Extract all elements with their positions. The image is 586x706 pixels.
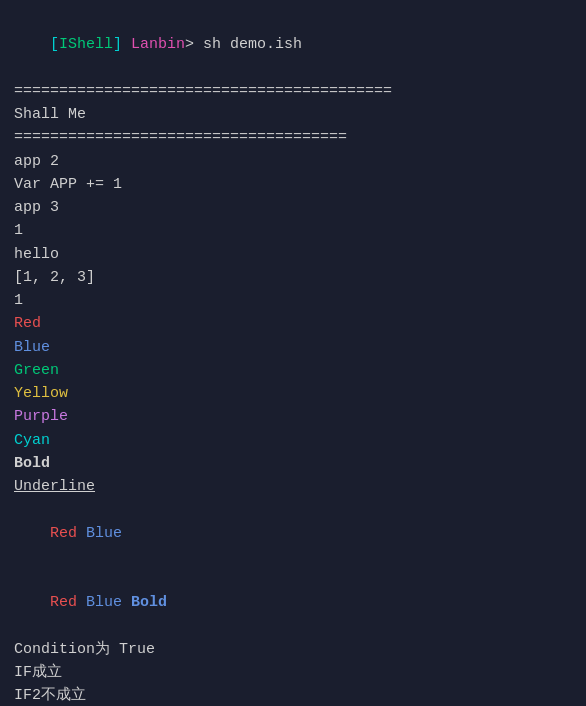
var-app-line: Var APP += 1 xyxy=(14,173,572,196)
separator-line-1: ========================================… xyxy=(14,80,572,103)
blue-line: Blue xyxy=(14,336,572,359)
underline-line: Underline xyxy=(14,475,572,498)
num1b-line: 1 xyxy=(14,289,572,312)
bold-line: Bold xyxy=(14,452,572,475)
bold-part: Bold xyxy=(131,594,167,611)
separator-line-2: ===================================== xyxy=(14,126,572,149)
if2-line: IF2不成立 xyxy=(14,684,572,706)
red-part: Red xyxy=(50,525,86,542)
initial-prompt-line: [IShell] Lanbin> sh demo.ish xyxy=(14,10,572,80)
if1-line: IF成立 xyxy=(14,661,572,684)
shall-me-line: Shall Me xyxy=(14,103,572,126)
red-part-2: Red xyxy=(50,594,86,611)
hello-line: hello xyxy=(14,243,572,266)
red-blue-line: Red Blue xyxy=(14,498,572,568)
prompt-shell: IShell xyxy=(59,36,113,53)
red-line: Red xyxy=(14,312,572,335)
yellow-line: Yellow xyxy=(14,382,572,405)
blue-part: Blue xyxy=(86,525,122,542)
prompt-bracket-open: [ xyxy=(50,36,59,53)
green-line: Green xyxy=(14,359,572,382)
num1-line: 1 xyxy=(14,219,572,242)
cyan-line: Cyan xyxy=(14,429,572,452)
condition-line: Condition为 True xyxy=(14,638,572,661)
array-line: [1, 2, 3] xyxy=(14,266,572,289)
app2-line: app 2 xyxy=(14,150,572,173)
prompt-gt: > sh demo.ish xyxy=(185,36,302,53)
prompt-user: Lanbin xyxy=(122,36,185,53)
prompt-bracket-close: ] xyxy=(113,36,122,53)
blue-part-2: Blue xyxy=(86,594,131,611)
purple-line: Purple xyxy=(14,405,572,428)
terminal: [IShell] Lanbin> sh demo.ish ===========… xyxy=(14,10,572,706)
red-blue-bold-line: Red Blue Bold xyxy=(14,568,572,638)
app3-line: app 3 xyxy=(14,196,572,219)
